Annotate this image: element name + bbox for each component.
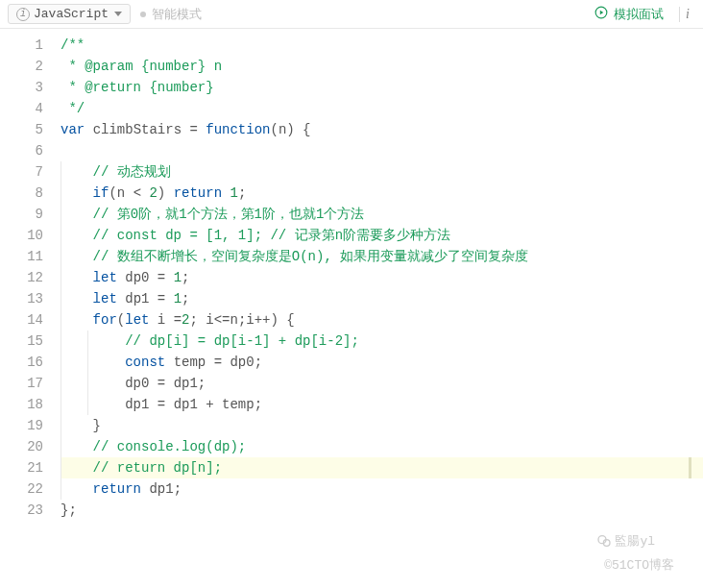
info-button[interactable]: i bbox=[679, 7, 695, 22]
line-number: 19 bbox=[0, 415, 43, 436]
code-content[interactable]: /** * @param {number} n * @return {numbe… bbox=[53, 29, 703, 588]
line-number: 10 bbox=[0, 225, 43, 246]
language-select[interactable]: i JavaScript bbox=[8, 4, 131, 24]
code-line[interactable]: // return dp[n]; bbox=[61, 457, 703, 478]
line-number: 3 bbox=[0, 77, 43, 98]
code-line[interactable]: let dp0 = 1; bbox=[61, 267, 703, 288]
line-number: 8 bbox=[0, 183, 43, 204]
code-line[interactable]: // 数组不断增长，空间复杂度是O(n), 如果用变量就减少了空间复杂度 bbox=[61, 246, 703, 267]
code-line[interactable]: let dp1 = 1; bbox=[61, 288, 703, 309]
mock-interview-button[interactable]: 模拟面试 bbox=[594, 6, 664, 23]
code-line[interactable]: // const dp = [1, 1]; // 记录第n阶需要多少种方法 bbox=[61, 225, 703, 246]
line-number: 16 bbox=[0, 352, 43, 373]
line-number: 6 bbox=[0, 140, 43, 161]
code-line[interactable]: for(let i =2; i<=n;i++) { bbox=[61, 309, 703, 331]
line-number: 12 bbox=[0, 267, 43, 288]
info-icon: i bbox=[16, 8, 30, 21]
code-line[interactable]: } bbox=[61, 415, 703, 436]
code-editor[interactable]: 1234567891011121314151617181920212223 /*… bbox=[0, 29, 703, 588]
code-line[interactable]: }; bbox=[61, 500, 703, 521]
line-gutter: 1234567891011121314151617181920212223 bbox=[0, 29, 53, 588]
play-icon bbox=[594, 6, 608, 23]
interview-label: 模拟面试 bbox=[614, 6, 664, 23]
line-number: 21 bbox=[0, 457, 43, 478]
line-number: 11 bbox=[0, 246, 43, 267]
line-number: 7 bbox=[0, 161, 43, 183]
line-number: 9 bbox=[0, 204, 43, 225]
line-number: 18 bbox=[0, 394, 43, 415]
line-number: 4 bbox=[0, 98, 43, 119]
code-line[interactable]: return dp1; bbox=[61, 478, 703, 500]
line-number: 20 bbox=[0, 436, 43, 457]
code-line[interactable]: /** bbox=[61, 35, 703, 56]
code-line[interactable]: const temp = dp0; bbox=[61, 352, 703, 373]
code-line[interactable]: if(n < 2) return 1; bbox=[61, 183, 703, 204]
code-line[interactable]: dp0 = dp1; bbox=[61, 373, 703, 394]
code-line[interactable]: * @return {number} bbox=[61, 77, 703, 98]
code-line[interactable]: * @param {number} n bbox=[61, 56, 703, 77]
mode-indicator: 智能模式 bbox=[140, 6, 202, 23]
mode-dot-icon bbox=[140, 12, 146, 17]
code-line[interactable]: dp1 = dp1 + temp; bbox=[61, 394, 703, 415]
code-line[interactable]: */ bbox=[61, 98, 703, 119]
wechat-icon bbox=[596, 533, 612, 549]
code-line[interactable]: // 第0阶，就1个方法，第1阶，也就1个方法 bbox=[61, 204, 703, 225]
mode-text: 智能模式 bbox=[152, 6, 202, 23]
line-number: 5 bbox=[0, 119, 43, 140]
code-line[interactable]: var climbStairs = function(n) { bbox=[61, 119, 703, 140]
watermark-author: 監腸yl bbox=[596, 532, 655, 550]
line-number: 1 bbox=[0, 35, 43, 56]
code-line[interactable]: // console.log(dp); bbox=[61, 436, 703, 457]
line-number: 14 bbox=[0, 309, 43, 331]
language-label: JavaScript bbox=[34, 7, 109, 21]
line-number: 22 bbox=[0, 478, 43, 500]
line-number: 17 bbox=[0, 373, 43, 394]
code-line[interactable]: // dp[i] = dp[i-1] + dp[i-2]; bbox=[61, 331, 703, 352]
editor-toolbar: i JavaScript 智能模式 模拟面试 i bbox=[0, 0, 703, 29]
line-number: 13 bbox=[0, 288, 43, 309]
watermark-site: ©51CTO博客 bbox=[604, 556, 674, 574]
line-number: 23 bbox=[0, 500, 43, 521]
code-line[interactable]: // 动态规划 bbox=[61, 161, 703, 183]
svg-marker-1 bbox=[600, 10, 604, 14]
line-number: 2 bbox=[0, 56, 43, 77]
code-line[interactable] bbox=[61, 140, 703, 161]
line-number: 15 bbox=[0, 331, 43, 352]
chevron-down-icon bbox=[114, 12, 122, 16]
